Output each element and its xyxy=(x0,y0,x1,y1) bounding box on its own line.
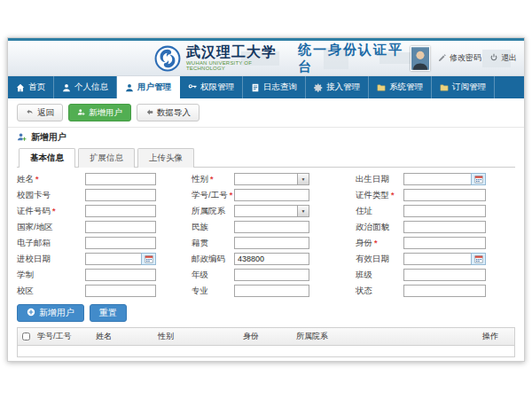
calendar-button[interactable] xyxy=(471,173,486,185)
text-input[interactable] xyxy=(85,205,156,217)
field-label-text: 状态 xyxy=(356,286,372,297)
field-label: 身份* xyxy=(356,238,403,249)
field-label: 证件类型* xyxy=(356,190,403,201)
required-asterisk: * xyxy=(374,239,378,247)
field-label: 邮政编码 xyxy=(192,254,234,265)
text-input[interactable] xyxy=(85,221,156,233)
submit-add-user-button[interactable]: 新增用户 xyxy=(17,304,84,322)
user-plus-icon xyxy=(77,108,85,118)
submit-add-user-label: 新增用户 xyxy=(39,307,74,319)
date-field xyxy=(85,253,156,265)
add-user-toolbar-button[interactable]: 新增用户 xyxy=(68,104,131,121)
nav-tab-6[interactable]: 接入管理 xyxy=(306,76,369,98)
nav-tab-5[interactable]: 日志查询 xyxy=(243,76,306,98)
nav-tab-label: 用户管理 xyxy=(137,82,171,93)
text-input[interactable] xyxy=(403,221,486,233)
text-input[interactable] xyxy=(234,253,309,265)
key-icon xyxy=(188,83,197,92)
field-label-text: 学制 xyxy=(17,270,34,281)
change-password-label: 修改密码 xyxy=(450,52,481,64)
nav-tab-4[interactable]: 权限管理 xyxy=(180,76,243,98)
select-field[interactable]: ▼ xyxy=(234,173,309,185)
logout-link[interactable]: 退出 xyxy=(489,52,517,64)
text-input[interactable] xyxy=(85,173,156,185)
field-label: 学号/工号* xyxy=(192,190,234,201)
text-input[interactable] xyxy=(234,285,309,297)
home-icon xyxy=(16,83,25,92)
log-icon xyxy=(251,83,260,92)
data-import-label: 数据导入 xyxy=(157,107,191,119)
date-input[interactable] xyxy=(403,173,471,185)
date-field xyxy=(403,173,486,185)
calendar-button[interactable] xyxy=(141,253,156,265)
select-value xyxy=(235,206,297,216)
nav-tab-label: 日志查询 xyxy=(263,82,297,93)
select-all-checkbox[interactable] xyxy=(22,332,30,340)
text-input[interactable] xyxy=(403,189,486,201)
text-input[interactable] xyxy=(85,269,156,281)
field-label: 住址 xyxy=(356,206,403,217)
section-title: 新增用户 xyxy=(17,131,515,144)
text-input[interactable] xyxy=(85,285,156,297)
date-input[interactable] xyxy=(403,253,471,265)
text-input[interactable] xyxy=(234,221,309,233)
text-input[interactable] xyxy=(234,269,309,281)
calendar-button[interactable] xyxy=(471,253,486,265)
reset-button[interactable]: 重置 xyxy=(90,304,127,322)
import-arrow-icon xyxy=(145,108,153,118)
user-icon xyxy=(62,83,71,92)
field-label-text: 证件号码 xyxy=(17,206,51,217)
field-label: 状态 xyxy=(356,286,403,297)
field-label-text: 籍贯 xyxy=(192,238,208,249)
field-label-text: 身份 xyxy=(356,238,372,249)
app-header: 武汉理工大学 WUHAN UNIVERSITY OF TECHNOLOGY 统一… xyxy=(8,41,524,76)
form-tab-3[interactable]: 上传头像 xyxy=(137,148,194,168)
text-input[interactable] xyxy=(234,237,309,249)
user-table-head: 学号/工号姓名性别身份所属院系操作 xyxy=(18,328,514,346)
add-user-section-icon xyxy=(17,132,27,144)
nav-tab-2[interactable]: 个人信息 xyxy=(54,76,117,98)
text-input[interactable] xyxy=(403,237,486,249)
back-button[interactable]: 返回 xyxy=(17,104,63,121)
nav-tab-1[interactable]: 首页 xyxy=(8,76,54,98)
main-content: 返回 新增用户 数据导入 新增用户 基本信息扩展信息上传头像 姓名*性别*▼出生… xyxy=(8,98,524,357)
nav-tab-3[interactable]: 用户管理 xyxy=(117,76,180,98)
nav-tab-7[interactable]: 系统管理 xyxy=(369,76,432,98)
nav-tab-label: 个人信息 xyxy=(74,82,108,93)
field-label: 民族 xyxy=(192,222,234,233)
field-label: 姓名* xyxy=(17,174,85,185)
select-field[interactable]: ▼ xyxy=(234,205,309,217)
text-input[interactable] xyxy=(234,189,309,201)
field-label-text: 出生日期 xyxy=(356,174,389,185)
form-tab-1[interactable]: 基本信息 xyxy=(19,148,75,168)
university-name-en: WUHAN UNIVERSITY OF TECHNOLOGY xyxy=(186,60,286,72)
calendar-icon xyxy=(474,253,483,266)
avatar[interactable] xyxy=(411,46,430,71)
field-label: 国家/地区 xyxy=(17,222,85,233)
date-input[interactable] xyxy=(85,253,141,265)
text-input[interactable] xyxy=(403,285,486,297)
back-button-label: 返回 xyxy=(37,107,54,119)
text-input[interactable] xyxy=(403,205,486,217)
text-input[interactable] xyxy=(85,189,156,201)
field-label: 性别* xyxy=(192,174,234,185)
folder-icon xyxy=(440,83,449,92)
calendar-icon xyxy=(474,173,483,186)
user-table-empty-body xyxy=(18,346,514,356)
text-input[interactable] xyxy=(85,237,156,249)
form-tab-2[interactable]: 扩展信息 xyxy=(78,148,135,168)
change-password-link[interactable]: 修改密码 xyxy=(438,52,481,64)
required-asterisk: * xyxy=(391,191,395,200)
text-input[interactable] xyxy=(403,269,486,281)
reset-button-label: 重置 xyxy=(99,307,117,319)
data-import-button[interactable]: 数据导入 xyxy=(137,104,200,121)
nav-bar: 首页个人信息用户管理权限管理日志查询接入管理系统管理订阅管理 xyxy=(8,76,524,98)
table-column-header: 姓名 xyxy=(92,331,154,342)
table-column-header: 学号/工号 xyxy=(34,331,92,342)
field-label-text: 学号/工号 xyxy=(192,190,228,201)
app-window: 武汉理工大学 WUHAN UNIVERSITY OF TECHNOLOGY 统一… xyxy=(7,37,525,362)
nav-tab-8[interactable]: 订阅管理 xyxy=(432,76,495,98)
field-label: 所属院系 xyxy=(192,206,234,217)
nav-tab-label: 系统管理 xyxy=(389,82,423,93)
field-label-text: 进校日期 xyxy=(17,254,51,265)
